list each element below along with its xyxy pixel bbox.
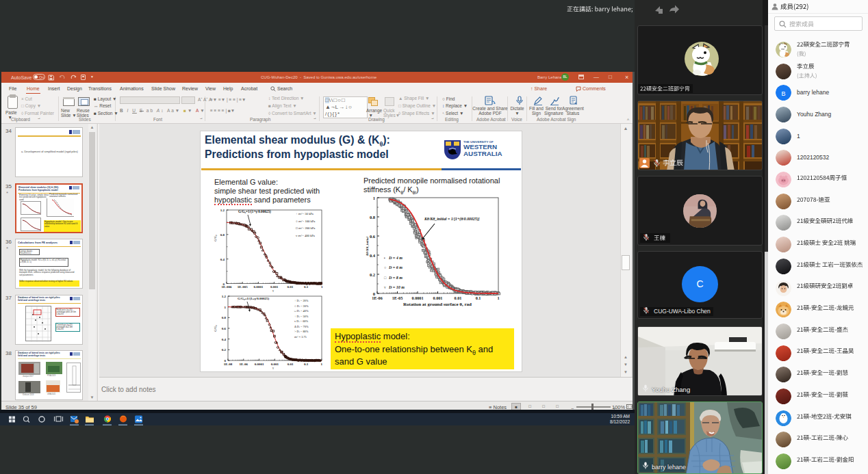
svg-text:1: 1 (225, 306, 227, 309)
svg-text:1.2: 1.2 (222, 295, 227, 298)
svg-text:0.01: 0.01 (287, 285, 293, 289)
svg-text:Kθ/Kθ_initial: Kθ/Kθ_initial (366, 236, 369, 256)
svg-text:v: v (384, 285, 386, 289)
svg-text:1E-006: 1E-006 (222, 285, 233, 289)
svg-text:G/G₀=1/(1+γ/0.00025): G/G₀=1/(1+γ/0.00025) (238, 209, 271, 214)
svg-text:γ: γ (272, 289, 274, 292)
svg-text:1: 1 (497, 295, 499, 300)
svg-text:0.8: 0.8 (222, 316, 227, 319)
svg-text:○: ○ (384, 265, 386, 269)
svg-text:□ σv′= 200 kPa: □ σv′= 200 kPa (296, 226, 315, 230)
svg-text:0.6: 0.6 (222, 327, 227, 330)
svg-text:B: B (781, 90, 785, 97)
svg-text:0.001: 0.001 (270, 285, 279, 289)
svg-text:1.2: 1.2 (220, 209, 225, 212)
svg-text:1: 1 (373, 196, 375, 200)
svg-text:0.8: 0.8 (220, 233, 225, 237)
svg-text:1E-005: 1E-005 (238, 285, 248, 289)
svg-text:+ Dᵣ = 20%: + Dᵣ = 20% (294, 299, 309, 302)
svg-text:D = 8 m: D = 8 m (388, 276, 403, 280)
svg-text:0.8: 0.8 (370, 215, 376, 220)
svg-text:+ Dᵣ = 50%: + Dᵣ = 50% (294, 315, 309, 318)
svg-text:> Dᵣ = 80%: > Dᵣ = 80% (294, 330, 309, 333)
svg-text:1: 1 (321, 363, 323, 366)
svg-text:0.01: 0.01 (288, 363, 294, 366)
svg-text:0.4: 0.4 (370, 253, 376, 258)
svg-text:0.2: 0.2 (370, 272, 375, 277)
svg-text:0.0001: 0.0001 (255, 363, 264, 366)
svg-text:0.1: 0.1 (304, 363, 309, 366)
svg-text:0.001: 0.001 (433, 295, 443, 300)
svg-text:Kθ/Kθ_initial = 1/[1+(θ/0.0002: Kθ/Kθ_initial = 1/[1+(θ/0.00025)] (424, 217, 480, 222)
svg-text:1E-06: 1E-06 (240, 363, 248, 366)
svg-text:1E-05: 1E-05 (392, 295, 403, 300)
svg-text:γ: γ (272, 366, 274, 369)
svg-text:v Dᵣ = 60%: v Dᵣ = 60% (294, 319, 309, 323)
svg-text:0.1: 0.1 (304, 285, 309, 289)
svg-text:0.6: 0.6 (370, 234, 376, 239)
svg-text:v σv′= 400 kPa: v σv′= 400 kPa (296, 234, 315, 237)
svg-text:G/G₀=1/(1+γ/0.00025): G/G₀=1/(1+γ/0.00025) (238, 297, 269, 300)
svg-text:σv′ ≈ 3.75: σv′ ≈ 3.75 (294, 335, 307, 339)
svg-text:1E-06: 1E-06 (372, 295, 382, 300)
svg-text:0.4: 0.4 (220, 258, 225, 261)
svg-text:0.4: 0.4 (222, 338, 227, 341)
svg-text:Δ Dᵣ = 70%: Δ Dᵣ = 70% (294, 325, 309, 328)
svg-text:0.0001: 0.0001 (411, 295, 423, 300)
svg-text:G/G₀: G/G₀ (214, 325, 217, 332)
svg-text:D = 4 m: D = 4 m (388, 256, 403, 260)
svg-text:□: □ (384, 276, 387, 280)
svg-text:□ Dᵣ = 40%: □ Dᵣ = 40% (294, 309, 309, 313)
svg-text:0.1: 0.1 (476, 295, 481, 300)
svg-text:○ σv′= 100 kPa: ○ σv′= 100 kPa (296, 220, 315, 223)
svg-text:+ σv′= 50 kPa: + σv′= 50 kPa (296, 212, 314, 215)
svg-text:1: 1 (321, 285, 323, 289)
svg-text:▪: ▪ (384, 256, 385, 260)
svg-text:0.01: 0.01 (455, 295, 462, 300)
svg-text:○ Dᵣ = 30%: ○ Dᵣ = 30% (294, 304, 309, 308)
svg-text:1E-08: 1E-08 (224, 363, 233, 366)
svg-text:D = 10 m: D = 10 m (388, 285, 405, 289)
svg-text:D = 6 m: D = 6 m (388, 265, 403, 269)
svg-text:G/G₀: G/G₀ (214, 235, 217, 241)
svg-text:0.0001: 0.0001 (254, 285, 264, 289)
svg-text:Rotation at ground surface θ,: Rotation at ground surface θ, rad (403, 302, 472, 307)
svg-text:0.2: 0.2 (222, 348, 227, 352)
